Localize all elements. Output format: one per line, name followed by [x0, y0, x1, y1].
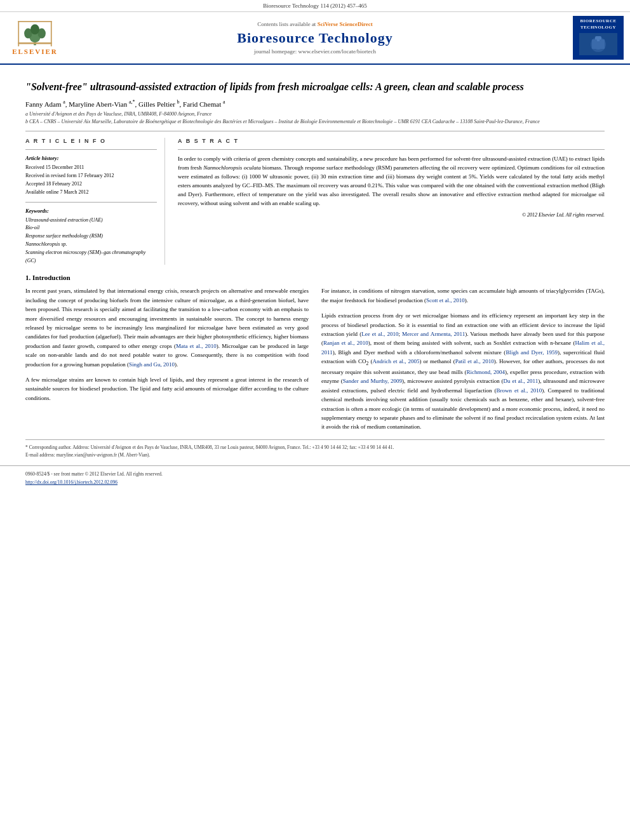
- affiliation-a: a Université d'Avignon et des Pays de Va…: [25, 110, 605, 118]
- affiliations: a Université d'Avignon et des Pays de Va…: [25, 110, 605, 126]
- elsevier-logo-area: ELSEVIER: [6, 21, 64, 55]
- elsevier-text: ELSEVIER: [12, 48, 58, 55]
- ref-mercer: Mercer and Armenta, 2011: [402, 331, 465, 337]
- journal-reference: Bioresource Technology 114 (2012) 457–46…: [0, 0, 630, 12]
- main-content: "Solvent-free" ultrasound-assisted extra…: [0, 65, 630, 465]
- journal-header: ELSEVIER Contents lists available at Sci…: [0, 12, 630, 65]
- abstract-body: In order to comply with criteria of gree…: [178, 155, 605, 208]
- keyword-4: Nannochloropsis sp.: [25, 241, 157, 249]
- journal-url: journal homepage: www.elsevier.com/locat…: [64, 48, 566, 55]
- keyword-2: Bio-oil: [25, 224, 157, 232]
- bioresource-badge: BIORESOURCE TECHNOLOGY: [573, 16, 624, 60]
- ref-mata: Mata et al., 2010: [176, 343, 217, 349]
- doi-line: http://dx.doi.org/10.1016/j.biortech.201…: [25, 478, 605, 487]
- footnote-divider: [25, 439, 605, 440]
- email-note: E-mail address: maryline.vian@univ-avign…: [25, 451, 605, 459]
- intro-para-1: In recent past years, stimulated by that…: [25, 286, 309, 369]
- received-2: Received in revised form 17 February 201…: [25, 172, 157, 180]
- ref-bligh: Bligh and Dyer, 1959: [506, 349, 558, 356]
- journal-center: Contents lists available at SciVerse Sci…: [64, 21, 566, 55]
- sciverse-brand: SciVerse ScienceDirect: [318, 21, 373, 27]
- intro-right: For instance, in conditions of nitrogen …: [321, 286, 605, 431]
- svg-point-4: [30, 24, 39, 34]
- author-list: Fanny Adam a, Maryline Abert-Vian a,*, G…: [25, 100, 225, 108]
- article-info-panel: A R T I C L E I N F O Article history: R…: [25, 138, 165, 265]
- ref-brown: Brown et al., 2010: [496, 387, 542, 394]
- svg-rect-7: [18, 21, 19, 46]
- ref-patil: Patil et al., 2010: [455, 358, 494, 364]
- received-1: Received 15 December 2011: [25, 164, 157, 172]
- abstract-label: A B S T R A C T: [178, 138, 605, 144]
- ref-lee: Lee et al., 2010: [361, 331, 398, 337]
- journal-badge-area: BIORESOURCE TECHNOLOGY: [566, 16, 624, 60]
- keyword-1: Ultrasound-assisted extraction (UAE): [25, 217, 157, 225]
- article-title: "Solvent-free" ultrasound-assisted extra…: [25, 80, 605, 94]
- journal-title: Bioresource Technology: [64, 30, 566, 46]
- intro-para-2: A few microalgae strains are known to co…: [25, 375, 309, 403]
- ref-sander: Sander and Murthy, 2009: [343, 378, 402, 384]
- intro-left: In recent past years, stimulated by that…: [25, 286, 309, 431]
- article-history-label: Article history:: [25, 155, 157, 161]
- ref-singh: Singh and Gu, 2010: [129, 361, 175, 368]
- badge-line2: TECHNOLOGY: [577, 25, 620, 31]
- footnote: * Corresponding author. Address: Univers…: [25, 444, 605, 459]
- email-link: maryline.vian@univ-avignon.fr: [57, 452, 117, 458]
- keywords-label: Keywords:: [25, 208, 157, 214]
- copyright: © 2012 Elsevier Ltd. All rights reserved…: [178, 212, 605, 218]
- svg-rect-14: [600, 39, 605, 49]
- corresponding-note: * Corresponding author. Address: Univers…: [25, 444, 605, 451]
- divider-keywords: [25, 202, 157, 203]
- affiliation-b: b CEA – CNRS – Université Aix Marseille,…: [25, 118, 605, 126]
- badge-line1: BIORESOURCE: [577, 18, 620, 25]
- abstract-panel: A B S T R A C T In order to comply with …: [178, 138, 605, 265]
- ref-scott: Scott et al., 2010: [426, 297, 465, 303]
- issn-line: 0960-8524/$ - see front matter © 2012 El…: [25, 470, 605, 479]
- elsevier-logo: ELSEVIER: [12, 21, 58, 55]
- ref-du: Du et al., 2011: [504, 378, 539, 384]
- elsevier-tree-icon: [16, 21, 54, 46]
- keyword-5: Scanning electron microscopy (SEM)–gas c…: [25, 249, 157, 265]
- divider-info: [25, 149, 157, 150]
- intro-body: In recent past years, stimulated by that…: [25, 286, 605, 431]
- svg-rect-6: [18, 21, 51, 22]
- keyword-3: Response surface methodology (RSM): [25, 232, 157, 241]
- svg-rect-5: [18, 42, 51, 44]
- authors: Fanny Adam a, Maryline Abert-Vian a,*, G…: [25, 100, 605, 109]
- intro-para-3: For instance, in conditions of nitrogen …: [321, 286, 605, 305]
- divider-abstract: [178, 149, 605, 150]
- ref-ranjan: Ranjan et al., 2010: [323, 340, 368, 346]
- accepted: Accepted 18 February 2012: [25, 180, 157, 189]
- svg-rect-13: [592, 39, 597, 49]
- article-info-abstract: A R T I C L E I N F O Article history: R…: [25, 138, 605, 265]
- intro-para-4: Lipids extraction process from dry or we…: [321, 311, 605, 431]
- bottom-bar: 0960-8524/$ - see front matter © 2012 El…: [0, 465, 630, 491]
- introduction-section: 1. Introduction In recent past years, st…: [25, 274, 605, 431]
- intro-title: 1. Introduction: [25, 274, 605, 281]
- ref-richmond: Richmond, 2004: [466, 369, 505, 375]
- ref-andrich: Andrich et al., 2005: [372, 358, 419, 364]
- divider-1: [25, 131, 605, 131]
- doi-link[interactable]: http://dx.doi.org/10.1016/j.biortech.201…: [25, 479, 117, 485]
- svg-rect-8: [51, 21, 52, 46]
- available-online: Available online 7 March 2012: [25, 189, 157, 197]
- sciverse-link: Contents lists available at SciVerse Sci…: [64, 21, 566, 27]
- article-info-label: A R T I C L E I N F O: [25, 138, 157, 144]
- badge-image-icon: [579, 33, 617, 55]
